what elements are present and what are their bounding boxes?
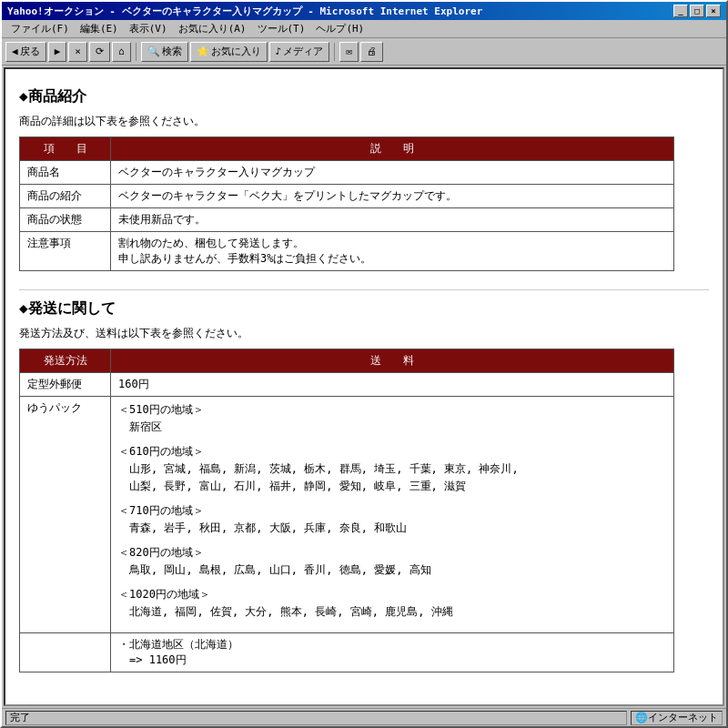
section-shipping-desc: 発送方法及び、送料は以下表を参照ください。	[19, 326, 709, 341]
hokkaido-price: => 1160円	[118, 652, 666, 668]
forward-icon: ▶	[55, 46, 61, 57]
print-button[interactable]: 🖨	[360, 42, 383, 62]
status-bar: 完了 🌐 インターネット	[2, 708, 726, 726]
product-row3-label: 注意事項	[20, 232, 111, 271]
hokkaido-label: ・北海道地区（北海道）	[118, 637, 666, 652]
window-title: Yahoo!オークション - ベクターのキャラクター入りマグカップ - Micr…	[7, 5, 482, 18]
window: Yahoo!オークション - ベクターのキャラクター入りマグカップ - Micr…	[0, 0, 728, 728]
region-610-areas: 山形, 宮城, 福島, 新潟, 茨城, 栃木, 群馬, 埼玉, 千葉, 東京, …	[118, 461, 666, 477]
favorites-button[interactable]: ⭐ お気に入り	[190, 42, 268, 62]
shipping-row1-method: ゆうパック	[20, 397, 111, 633]
home-icon: ⌂	[118, 46, 125, 57]
close-button[interactable]: ×	[706, 5, 721, 17]
region-1020: ＜1020円の地域＞ 北海道, 福岡, 佐賀, 大分, 熊本, 長崎, 宮崎, …	[118, 587, 666, 620]
region-510-title: ＜510円の地域＞	[118, 402, 666, 418]
table-row: 定型外郵便 160円	[20, 373, 674, 397]
table-row: 注意事項 割れ物のため、梱包して発送します。申し訳ありませんが、手数料3%はご負…	[20, 232, 674, 271]
product-row1-value: ベクターのキャラクター「ベク大」をプリントしたマグカップです。	[111, 185, 674, 208]
back-button[interactable]: ◀ 戻る	[5, 42, 46, 62]
shipping-table: 発送方法 送 料 定型外郵便 160円 ゆうパック ＜510円の地域＞	[19, 349, 674, 672]
product-row2-value: 未使用新品です。	[111, 208, 674, 232]
title-bar: Yahoo!オークション - ベクターのキャラクター入りマグカップ - Micr…	[2, 2, 726, 20]
toolbar-separator-1	[136, 43, 136, 61]
region-610: ＜610円の地域＞ 山形, 宮城, 福島, 新潟, 茨城, 栃木, 群馬, 埼玉…	[118, 444, 666, 494]
favorites-label: お気に入り	[211, 45, 261, 58]
section-product-title: ◆商品紹介	[19, 87, 709, 106]
region-1020-title: ＜1020円の地域＞	[118, 587, 666, 602]
region-710-areas: 青森, 岩手, 秋田, 京都, 大阪, 兵庫, 奈良, 和歌山	[118, 521, 666, 536]
search-button[interactable]: 🔍 検索	[141, 42, 188, 62]
section-product-desc: 商品の詳細は以下表を参照ください。	[19, 114, 709, 129]
product-row3-value: 割れ物のため、梱包して発送します。申し訳ありませんが、手数料3%はご負担ください…	[111, 232, 674, 271]
product-table: 項 目 説 明 商品名 ベクターのキャラクター入りマグカップ 商品の紹介 ベクタ…	[19, 136, 674, 271]
shipping-row0-method: 定型外郵便	[20, 373, 111, 397]
menu-help[interactable]: ヘルプ(H)	[310, 20, 369, 37]
menu-bar: ファイル(F) 編集(E) 表示(V) お気に入り(A) ツール(T) ヘルプ(…	[2, 20, 726, 38]
product-col-item: 項 目	[20, 137, 111, 161]
region-610-title: ＜610円の地域＞	[118, 444, 666, 460]
shipping-row1-regions: ＜510円の地域＞ 新宿区 ＜610円の地域＞ 山形, 宮城, 福島, 新潟, …	[111, 397, 674, 633]
menu-tools[interactable]: ツール(T)	[252, 20, 311, 37]
region-610-areas2: 山梨, 長野, 富山, 石川, 福井, 静岡, 愛知, 岐阜, 三重, 滋賀	[118, 479, 666, 494]
content-area[interactable]: ◆商品紹介 商品の詳細は以下表を参照ください。 項 目 説 明 商品名 ベクター…	[4, 67, 724, 706]
section-divider	[19, 289, 709, 290]
mail-icon: ✉	[346, 46, 352, 57]
back-icon: ◀	[12, 46, 18, 57]
toolbar: ◀ 戻る ▶ × ⟳ ⌂ 🔍 検索 ⭐ お気に入り ♪ メディア ✉	[2, 38, 726, 66]
minimize-button[interactable]: _	[673, 5, 688, 17]
table-row: ・北海道地区（北海道） => 1160円	[20, 633, 674, 672]
shipping-extra-content: ・北海道地区（北海道） => 1160円	[111, 633, 674, 672]
table-row: 商品名 ベクターのキャラクター入りマグカップ	[20, 161, 674, 185]
stop-button[interactable]: ×	[68, 42, 87, 62]
media-icon: ♪	[276, 46, 282, 57]
title-bar-buttons: _ □ ×	[673, 5, 721, 17]
status-zone: 🌐 インターネット	[631, 711, 723, 725]
product-col-desc: 説 明	[111, 137, 674, 161]
region-820-title: ＜820円の地域＞	[118, 545, 666, 561]
shipping-col-method: 発送方法	[20, 349, 111, 373]
menu-edit[interactable]: 編集(E)	[75, 20, 124, 37]
section-product: ◆商品紹介 商品の詳細は以下表を参照ください。 項 目 説 明 商品名 ベクター…	[19, 87, 709, 271]
home-button[interactable]: ⌂	[112, 42, 131, 62]
region-820-areas: 鳥取, 岡山, 島根, 広島, 山口, 香川, 徳島, 愛媛, 高知	[118, 562, 666, 578]
print-icon: 🖨	[367, 46, 377, 57]
toolbar-separator-2	[334, 43, 335, 61]
forward-button[interactable]: ▶	[48, 42, 67, 62]
product-row2-label: 商品の状態	[20, 208, 111, 232]
product-row0-label: 商品名	[20, 161, 111, 185]
stop-icon: ×	[75, 46, 81, 57]
search-label: 検索	[162, 45, 182, 58]
search-icon: 🔍	[147, 46, 160, 57]
product-row0-value: ベクターのキャラクター入りマグカップ	[111, 161, 674, 185]
refresh-button[interactable]: ⟳	[89, 42, 110, 62]
region-510: ＜510円の地域＞ 新宿区	[118, 402, 666, 435]
mail-button[interactable]: ✉	[339, 42, 359, 62]
region-710-title: ＜710円の地域＞	[118, 503, 666, 519]
section-shipping-title: ◆発送に関して	[19, 299, 709, 318]
table-row: 商品の状態 未使用新品です。	[20, 208, 674, 232]
maximize-button[interactable]: □	[690, 5, 704, 17]
region-1020-areas: 北海道, 福岡, 佐賀, 大分, 熊本, 長崎, 宮崎, 鹿児島, 沖縄	[118, 604, 666, 620]
menu-file[interactable]: ファイル(F)	[5, 20, 75, 37]
favorites-icon: ⭐	[197, 46, 209, 57]
region-710: ＜710円の地域＞ 青森, 岩手, 秋田, 京都, 大阪, 兵庫, 奈良, 和歌…	[118, 503, 666, 536]
media-label: メディア	[283, 45, 323, 58]
product-row1-label: 商品の紹介	[20, 185, 111, 208]
media-button[interactable]: ♪ メディア	[269, 42, 330, 62]
zone-icon: 🌐	[635, 712, 648, 723]
table-row: 商品の紹介 ベクターのキャラクター「ベク大」をプリントしたマグカップです。	[20, 185, 674, 208]
back-label: 戻る	[20, 45, 40, 58]
menu-favorites[interactable]: お気に入り(A)	[173, 20, 252, 37]
section-shipping: ◆発送に関して 発送方法及び、送料は以下表を参照ください。 発送方法 送 料 定…	[19, 299, 709, 672]
shipping-col-fee: 送 料	[111, 349, 674, 373]
refresh-icon: ⟳	[96, 46, 104, 57]
shipping-extra-method	[20, 633, 111, 672]
region-820: ＜820円の地域＞ 鳥取, 岡山, 島根, 広島, 山口, 香川, 徳島, 愛媛…	[118, 545, 666, 578]
status-text: 完了	[5, 711, 627, 725]
table-row: ゆうパック ＜510円の地域＞ 新宿区 ＜610円の地域＞ 山形, 宮城, 福島…	[20, 397, 674, 633]
shipping-row0-fee: 160円	[111, 373, 674, 397]
region-510-areas: 新宿区	[118, 420, 666, 435]
menu-view[interactable]: 表示(V)	[124, 20, 173, 37]
